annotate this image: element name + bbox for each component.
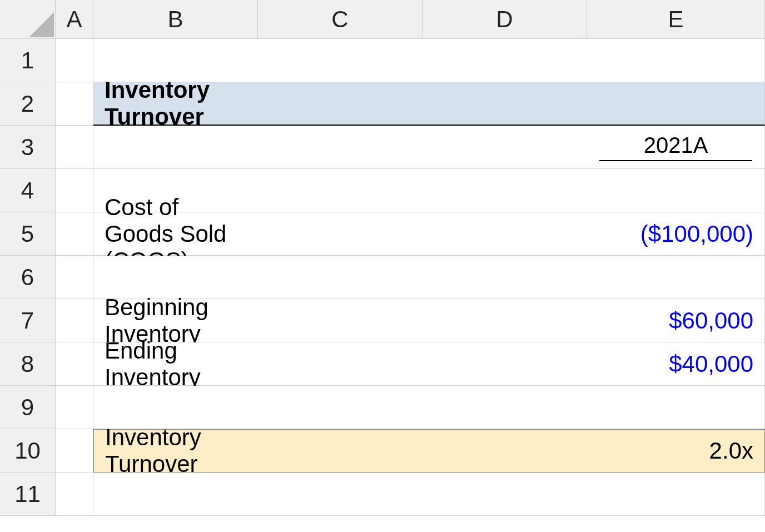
beginning-inv-value-cell[interactable]: $60,000 (587, 299, 765, 342)
cell-D7[interactable] (423, 299, 587, 342)
cell-C9[interactable] (258, 386, 423, 429)
cell-E11[interactable] (587, 473, 765, 516)
cogs-value: ($100,000) (640, 221, 753, 247)
col-header-D[interactable]: D (423, 0, 587, 39)
cell-A7[interactable] (56, 299, 93, 342)
cell-B6[interactable] (93, 256, 258, 299)
corner-select-all[interactable] (0, 0, 56, 39)
cell-D4[interactable] (423, 169, 587, 212)
cell-A9[interactable] (56, 386, 93, 429)
ending-inv-label-cell[interactable]: Ending Inventory (93, 342, 258, 386)
turnover-label: Inventory Turnover (105, 424, 251, 478)
cell-C4[interactable] (258, 169, 423, 212)
cell-C2[interactable] (258, 82, 423, 126)
cell-C5[interactable] (258, 212, 423, 256)
cell-D9[interactable] (423, 386, 587, 429)
cell-E3[interactable]: 2021A (587, 126, 765, 169)
cogs-label-cell[interactable]: Cost of Goods Sold (COGS) (93, 212, 258, 256)
cell-C8[interactable] (258, 342, 423, 386)
cell-E1[interactable] (587, 39, 765, 82)
cell-D8[interactable] (423, 342, 587, 386)
cell-C1[interactable] (258, 39, 423, 82)
cell-A2[interactable] (56, 82, 93, 126)
svg-marker-0 (29, 12, 54, 37)
turnover-label-cell[interactable]: Inventory Turnover (93, 429, 258, 473)
title-text: Inventory Turnover (105, 77, 251, 130)
cell-C7[interactable] (258, 299, 423, 342)
cell-A3[interactable] (56, 126, 93, 169)
cell-D11[interactable] (423, 473, 587, 516)
cell-B11[interactable] (93, 473, 258, 516)
row-header-10[interactable]: 10 (0, 429, 56, 473)
cell-A1[interactable] (56, 39, 93, 82)
cell-C3[interactable] (258, 126, 423, 169)
beginning-inv-value: $60,000 (669, 307, 753, 334)
row-header-6[interactable]: 6 (0, 256, 56, 299)
cell-A10[interactable] (56, 429, 93, 473)
row-header-9[interactable]: 9 (0, 386, 56, 429)
row-header-4[interactable]: 4 (0, 169, 56, 212)
cell-E4[interactable] (587, 169, 765, 212)
row-header-11[interactable]: 11 (0, 473, 56, 516)
turnover-value: 2.0x (709, 437, 753, 464)
cogs-value-cell[interactable]: ($100,000) (587, 212, 765, 256)
cell-B3[interactable] (93, 126, 258, 169)
spreadsheet-grid[interactable]: A B C D E 1 2 Inventory Turnover 3 2021A… (0, 0, 765, 532)
col-header-B[interactable]: B (93, 0, 258, 39)
cell-D3[interactable] (423, 126, 587, 169)
beginning-inv-label-cell[interactable]: Beginning Inventory (93, 299, 258, 342)
col-header-C[interactable]: C (258, 0, 423, 39)
cell-A4[interactable] (56, 169, 93, 212)
cell-D2[interactable] (423, 82, 587, 126)
cell-B1[interactable] (93, 39, 258, 82)
cell-D1[interactable] (423, 39, 587, 82)
row-header-7[interactable]: 7 (0, 299, 56, 342)
cell-D10[interactable] (423, 429, 587, 473)
cell-D5[interactable] (423, 212, 587, 256)
year-label: 2021A (644, 133, 708, 157)
cell-A11[interactable] (56, 473, 93, 516)
col-header-A[interactable]: A (56, 0, 93, 39)
cell-A8[interactable] (56, 342, 93, 386)
row-header-1[interactable]: 1 (0, 39, 56, 82)
cell-E6[interactable] (587, 256, 765, 299)
col-header-E[interactable]: E (587, 0, 765, 39)
cell-B9[interactable] (93, 386, 258, 429)
row-header-5[interactable]: 5 (0, 212, 56, 256)
cell-E2[interactable] (587, 82, 765, 126)
row-header-3[interactable]: 3 (0, 126, 56, 169)
title-cell[interactable]: Inventory Turnover (93, 82, 258, 126)
cell-C10[interactable] (258, 429, 423, 473)
cell-A5[interactable] (56, 212, 93, 256)
row-header-2[interactable]: 2 (0, 82, 56, 126)
ending-inv-label: Ending Inventory (105, 337, 251, 391)
turnover-value-cell[interactable]: 2.0x (587, 429, 765, 473)
ending-inv-value: $40,000 (669, 351, 753, 377)
cell-D6[interactable] (423, 256, 587, 299)
ending-inv-value-cell[interactable]: $40,000 (587, 342, 765, 386)
cell-C11[interactable] (258, 473, 423, 516)
row-header-8[interactable]: 8 (0, 342, 56, 386)
cell-C6[interactable] (258, 256, 423, 299)
cell-E9[interactable] (587, 386, 765, 429)
cell-A6[interactable] (56, 256, 93, 299)
